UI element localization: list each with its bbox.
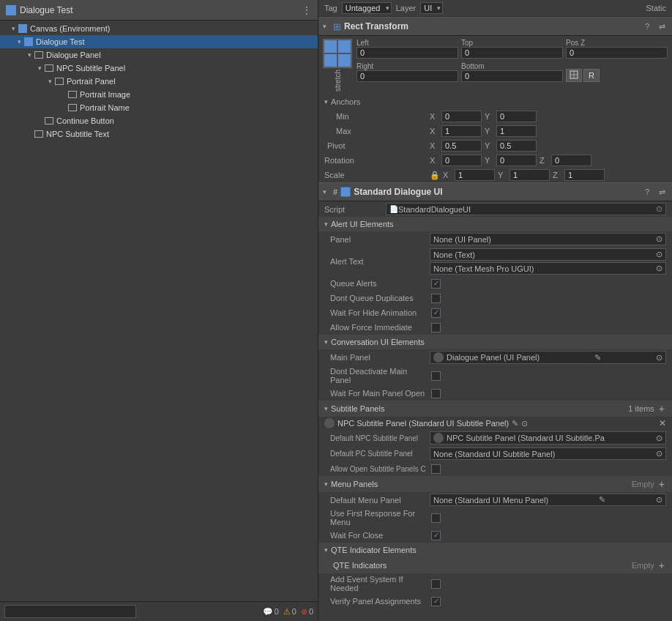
tree-item-dialogue-test[interactable]: ▾ Dialogue Test bbox=[0, 35, 318, 48]
hierarchy-tree: ▾ Canvas (Environment) ▾ Dialogue Test ▾… bbox=[0, 21, 318, 601]
wait-for-main-panel-open-checkbox[interactable] bbox=[431, 389, 441, 398]
add-event-system-label: Add Event System If Needed bbox=[324, 575, 427, 592]
main-panel-edit-btn[interactable]: ✎ bbox=[594, 353, 601, 362]
tree-arrow[interactable]: ▾ bbox=[45, 78, 54, 85]
add-event-system-checkbox[interactable] bbox=[431, 579, 441, 589]
scale-row: Scale 🔒 X Y Z bbox=[318, 168, 672, 182]
section-toggle-icon[interactable]: ▾ bbox=[323, 23, 330, 30]
subtitle-panels-add-button[interactable]: + bbox=[657, 403, 666, 414]
tree-icon-panel bbox=[54, 76, 64, 86]
rotation-y-input[interactable] bbox=[496, 155, 537, 166]
tree-arrow[interactable]: ▾ bbox=[25, 51, 34, 59]
wait-for-close-checkbox[interactable] bbox=[431, 531, 441, 540]
tree-item-portrait-name[interactable]: ▸ Portrait Name bbox=[0, 101, 318, 114]
tree-item-continue-button[interactable]: ▸ Continue Button bbox=[0, 114, 318, 127]
tree-item-canvas[interactable]: ▾ Canvas (Environment) bbox=[0, 22, 318, 35]
tree-arrow[interactable]: ▾ bbox=[35, 64, 44, 72]
blueprint-button[interactable] bbox=[566, 69, 582, 82]
r-button[interactable]: R bbox=[583, 69, 600, 82]
conversation-toggle[interactable]: ▾ bbox=[324, 338, 328, 346]
default-menu-panel-edit-btn[interactable]: ✎ bbox=[599, 495, 605, 505]
allow-force-immediate-checkbox[interactable] bbox=[431, 323, 441, 332]
rotation-x-input[interactable] bbox=[441, 155, 482, 166]
tree-item-dialogue-panel[interactable]: ▾ Dialogue Panel bbox=[0, 48, 318, 62]
subtitle-panel-icon bbox=[324, 418, 335, 428]
tree-icon-cube bbox=[18, 23, 28, 34]
rotation-values: X Y Z bbox=[430, 155, 666, 166]
anchors-min-y-input[interactable] bbox=[496, 111, 537, 122]
use-first-response-checkbox[interactable] bbox=[431, 513, 441, 523]
tree-arrow[interactable]: ▾ bbox=[15, 38, 23, 45]
pivot-x-input[interactable] bbox=[441, 140, 482, 152]
anchors-min-x-field: X bbox=[430, 111, 482, 122]
menu-panels-toggle[interactable]: ▾ bbox=[324, 480, 328, 488]
tree-item-portrait-panel[interactable]: ▾ Portrait Panel bbox=[0, 75, 318, 88]
settings-button-2[interactable]: ⇌ bbox=[656, 187, 668, 197]
help-button-2[interactable]: ? bbox=[641, 187, 653, 196]
subtitle-panels-count: 1 items bbox=[628, 404, 654, 413]
anchors-min-x-input[interactable] bbox=[441, 111, 482, 122]
default-npc-obj-btn[interactable]: ⊙ bbox=[656, 434, 662, 443]
dont-deactivate-main-panel-row: Dont Deactivate Main Panel bbox=[318, 365, 672, 386]
scale-x-input[interactable] bbox=[455, 169, 495, 181]
tree-item-npc-subtitle-panel[interactable]: ▾ NPC Subtitle Panel bbox=[0, 62, 318, 75]
hierarchy-menu-button[interactable]: ⋮ bbox=[302, 4, 312, 16]
menu-panels-header: ▾ Menu Panels Empty + bbox=[318, 476, 672, 492]
bottom-input[interactable] bbox=[461, 70, 563, 82]
default-menu-panel-obj-btn[interactable]: ⊙ bbox=[656, 495, 662, 505]
tree-item-portrait-image[interactable]: ▸ Portrait Image bbox=[0, 88, 318, 101]
tree-item-npc-subtitle-text[interactable]: ▸ NPC Subtitle Text bbox=[0, 127, 318, 141]
verify-panel-assignments-checkbox[interactable] bbox=[431, 597, 441, 606]
default-menu-panel-row: Default Menu Panel None (Standard UI Men… bbox=[318, 492, 672, 507]
section-toggle[interactable]: ▾ bbox=[323, 188, 330, 196]
dont-deactivate-main-panel-checkbox[interactable] bbox=[431, 371, 441, 381]
panel-label: Panel bbox=[324, 235, 427, 244]
search-input[interactable] bbox=[4, 605, 136, 618]
wait-for-hide-animation-checkbox[interactable] bbox=[431, 308, 441, 318]
alert-toggle[interactable]: ▾ bbox=[324, 220, 328, 228]
main-panel-obj-btn[interactable]: ⊙ bbox=[656, 353, 662, 362]
layer-dropdown[interactable]: UI bbox=[420, 2, 443, 14]
top-input[interactable] bbox=[461, 47, 563, 59]
tree-label: Dialogue Panel bbox=[46, 51, 101, 59]
script-obj-btn[interactable]: ⊙ bbox=[656, 204, 662, 214]
component-enabled-checkbox[interactable] bbox=[340, 187, 351, 197]
rotation-z-input[interactable] bbox=[551, 155, 591, 166]
subtitle-panel-edit-btn[interactable]: ✎ bbox=[512, 419, 518, 428]
tag-dropdown-wrap: Untagged bbox=[342, 2, 392, 14]
queue-alerts-checkbox[interactable] bbox=[431, 279, 441, 289]
y-label: Y bbox=[485, 112, 495, 121]
tag-dropdown[interactable]: Untagged bbox=[342, 2, 392, 14]
subtitle-panel-remove-btn[interactable]: ✕ bbox=[659, 418, 666, 428]
right-input[interactable] bbox=[356, 70, 458, 82]
x-label: X bbox=[430, 141, 440, 150]
settings-button[interactable]: ⇌ bbox=[656, 22, 668, 31]
left-input[interactable] bbox=[356, 47, 458, 59]
anchor-widget[interactable] bbox=[323, 39, 352, 68]
qte-indicators-add-button[interactable]: + bbox=[657, 559, 666, 571]
dont-deactivate-main-panel-label: Dont Deactivate Main Panel bbox=[324, 367, 427, 384]
tree-icon-panel bbox=[67, 103, 78, 113]
alert-text-obj-btn-2[interactable]: ⊙ bbox=[656, 264, 662, 273]
scale-z-input[interactable] bbox=[564, 169, 605, 181]
dont-queue-duplicates-checkbox[interactable] bbox=[431, 294, 441, 303]
alert-text-obj-btn[interactable]: ⊙ bbox=[656, 250, 662, 259]
allow-open-subtitle-panels-checkbox[interactable] bbox=[431, 464, 441, 474]
pivot-y-input[interactable] bbox=[496, 140, 537, 152]
anchors-max-y-input[interactable] bbox=[496, 125, 537, 137]
help-button[interactable]: ? bbox=[641, 22, 653, 31]
posz-input[interactable] bbox=[566, 47, 668, 59]
scale-values: 🔒 X Y Z bbox=[430, 169, 666, 181]
default-pc-obj-btn[interactable]: ⊙ bbox=[656, 449, 662, 458]
bottom-label: Bottom bbox=[461, 62, 563, 70]
subtitle-panel-obj-btn[interactable]: ⊙ bbox=[521, 419, 528, 428]
scale-y-input[interactable] bbox=[509, 169, 550, 181]
tree-arrow[interactable]: ▾ bbox=[9, 25, 18, 32]
qte-toggle[interactable]: ▾ bbox=[324, 546, 328, 554]
subtitle-panels-toggle[interactable]: ▾ bbox=[324, 405, 328, 412]
anchors-expand[interactable]: ▾ bbox=[324, 98, 328, 105]
z-label: Z bbox=[553, 171, 563, 179]
menu-panels-add-button[interactable]: + bbox=[657, 478, 666, 490]
anchors-max-x-input[interactable] bbox=[441, 125, 482, 137]
panel-obj-btn[interactable]: ⊙ bbox=[656, 234, 662, 244]
